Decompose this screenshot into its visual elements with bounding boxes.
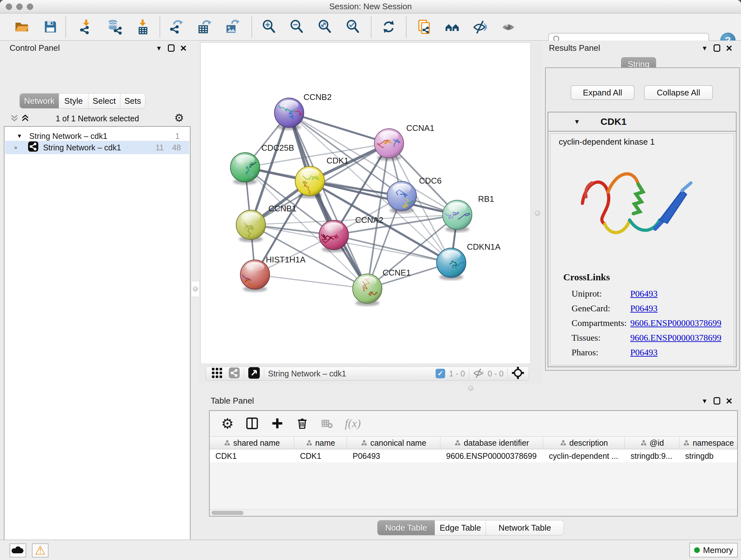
results-panel-controls: ▼ ×	[701, 44, 732, 52]
tab-select[interactable]: Select	[88, 94, 120, 108]
table-cell[interactable]: 9606.ENSP00000378699	[441, 449, 543, 462]
zoom-in-button[interactable]	[261, 19, 277, 36]
table-cell[interactable]: stringdb:9...	[625, 449, 679, 462]
left-splitter-handle[interactable]	[193, 287, 198, 292]
table-horizontal-scrollbar[interactable]	[210, 509, 737, 516]
memory-button[interactable]: Memory	[689, 543, 738, 557]
network-options-gear-icon[interactable]: ⚙	[174, 111, 184, 124]
table-cell[interactable]: stringdb	[679, 449, 737, 462]
column-header-label: canonical name	[370, 438, 426, 448]
tab-sets[interactable]: Sets	[120, 94, 145, 108]
export-table-button[interactable]	[196, 19, 212, 36]
gene-description: cyclin-dependent kinase 1	[559, 137, 655, 147]
column-header-description[interactable]: description	[543, 437, 625, 449]
save-session-button[interactable]	[43, 19, 58, 36]
export-image-button[interactable]	[224, 19, 240, 36]
collapse-panel-icon[interactable]: ▼	[156, 45, 162, 51]
main-toolbar: ?	[0, 14, 741, 41]
control-panel-controls: ▼ ×	[156, 44, 187, 52]
function-builder-icon[interactable]: f(x)	[345, 417, 360, 430]
network-graph[interactable]: CCNB2CCNA1CDC25BCDK1CDC6RB1CCNB1CCNA2CDK…	[201, 43, 531, 364]
table-cell[interactable]: P06493	[347, 449, 441, 462]
export-image-icon	[224, 19, 240, 36]
network-share-icon[interactable]	[228, 367, 240, 380]
crosslinks-heading: CrossLinks	[563, 272, 610, 283]
network-row[interactable]: ● String Network – cdk1 11 48	[5, 141, 189, 154]
network-canvas[interactable]: CCNB2CCNA1CDC25BCDK1CDC6RB1CCNB1CCNA2CDK…	[200, 43, 531, 364]
crosslink-link[interactable]: 9606.ENSP00000378699	[630, 318, 721, 328]
column-header-canonicalname[interactable]: canonical name	[347, 437, 441, 449]
float-panel-icon[interactable]	[714, 397, 720, 405]
close-panel-icon[interactable]: ×	[180, 44, 187, 52]
delete-table-icon[interactable]	[320, 417, 333, 430]
tab-node-table[interactable]: Node Table	[378, 520, 435, 535]
gene-section-header[interactable]: ▼ CDK1	[548, 112, 736, 132]
tab-network[interactable]: Network	[20, 94, 59, 108]
minimize-window-button[interactable]	[16, 3, 23, 10]
table-row[interactable]: CDK1CDK1P064939606.ENSP00000378699cyclin…	[210, 449, 737, 462]
import-network-icon	[78, 19, 94, 36]
column-header-namespace[interactable]: namespace	[679, 437, 737, 449]
float-panel-icon[interactable]	[714, 44, 720, 52]
hide-selected-button[interactable]	[472, 19, 488, 36]
tab-network-table[interactable]: Network Table	[486, 520, 563, 535]
create-column-plus-icon[interactable]	[271, 417, 284, 430]
column-header-label: description	[569, 438, 608, 448]
crosslink-row: GeneCard:P06493	[571, 301, 731, 316]
crosslink-link[interactable]: P06493	[630, 348, 658, 358]
cloud-status-button[interactable]	[10, 543, 26, 557]
table-cell[interactable]: CDK1	[210, 449, 294, 462]
table-cell[interactable]: CDK1	[294, 449, 347, 462]
collapse-panel-icon[interactable]: ▼	[701, 45, 708, 51]
toolbar-separator	[252, 17, 252, 37]
zoom-out-button[interactable]	[289, 19, 305, 36]
crosshair-icon[interactable]	[512, 367, 524, 381]
grid-view-icon[interactable]	[211, 367, 223, 380]
export-network-button[interactable]	[169, 19, 185, 36]
column-header-label: namespace	[692, 438, 734, 448]
warning-icon: ⚠	[35, 544, 46, 557]
show-all-button[interactable]	[500, 19, 516, 36]
crosslink-link[interactable]: P06493	[630, 289, 658, 299]
table-cell[interactable]: cyclin-dependent ...	[543, 449, 625, 462]
expand-all-button[interactable]: Expand All	[570, 85, 634, 100]
tab-edge-table[interactable]: Edge Table	[435, 520, 486, 535]
close-panel-icon[interactable]: ×	[726, 396, 732, 405]
selected-checkbox[interactable]: ✓	[435, 369, 445, 378]
delete-column-trash-icon[interactable]	[295, 417, 309, 430]
horizontal-splitter-handle[interactable]	[468, 386, 473, 391]
first-neighbors-button[interactable]	[445, 19, 461, 36]
tab-style[interactable]: Style	[59, 94, 88, 108]
crosslink-link[interactable]: 9606.ENSP00000378699	[630, 333, 721, 343]
tree-expand-icon[interactable]: ▼	[17, 133, 22, 139]
apply-layout-button[interactable]	[381, 19, 397, 36]
collapse-all-button[interactable]: Collapse All	[644, 85, 713, 100]
gene-collapse-icon[interactable]: ▼	[574, 118, 580, 125]
column-header-sharedname[interactable]: shared name	[210, 437, 294, 449]
show-columns-icon[interactable]	[245, 416, 259, 430]
column-header-databaseidentifier[interactable]: database identifier	[441, 437, 543, 449]
warnings-button[interactable]: ⚠	[32, 543, 49, 557]
column-header-id[interactable]: @id	[625, 437, 679, 449]
clone-network-button[interactable]	[416, 19, 432, 36]
scrollbar-thumb[interactable]	[212, 511, 244, 515]
float-panel-icon[interactable]	[168, 44, 175, 52]
import-network-database-button[interactable]	[106, 19, 122, 36]
import-network-file-button[interactable]	[78, 19, 94, 36]
zoom-selected-button[interactable]	[345, 19, 361, 36]
crosslink-link[interactable]: P06493	[630, 303, 658, 314]
birdseye-view-icon[interactable]	[248, 367, 260, 380]
zoom-window-button[interactable]	[27, 3, 33, 10]
table-settings-gear-icon[interactable]: ⚙	[221, 415, 233, 432]
table-type-tabs: Node TableEdge TableNetwork Table	[378, 520, 563, 535]
column-header-name[interactable]: name	[294, 437, 347, 449]
eye-icon	[500, 19, 516, 36]
open-session-button[interactable]	[14, 19, 30, 36]
close-window-button[interactable]	[6, 3, 12, 10]
hidden-eye-slash-icon[interactable]	[473, 367, 484, 380]
right-splitter-handle[interactable]	[535, 211, 540, 216]
import-table-button[interactable]	[135, 19, 151, 36]
zoom-fit-button[interactable]	[317, 19, 333, 36]
close-panel-icon[interactable]: ×	[726, 44, 732, 52]
collapse-panel-icon[interactable]: ▼	[701, 398, 708, 404]
